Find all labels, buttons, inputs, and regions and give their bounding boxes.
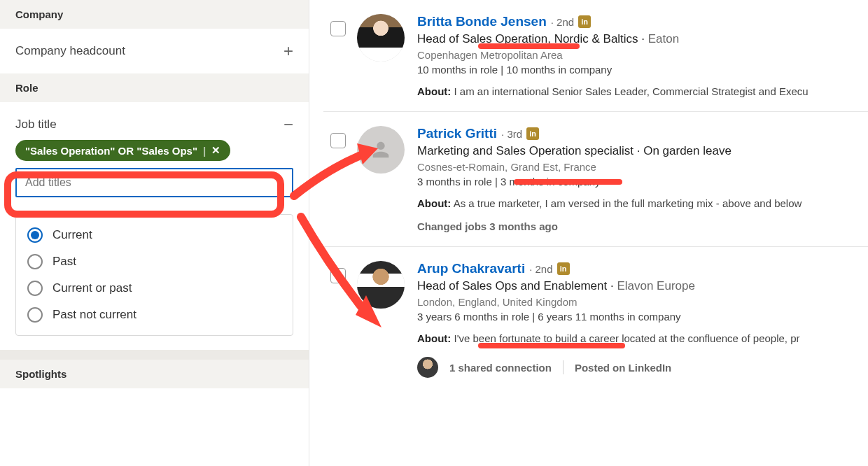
tenure-radio-group: Current Past Current or past Past not cu…	[15, 214, 293, 336]
results-list: Britta Bonde Jensen · 2nd in Head of Sal…	[309, 0, 868, 466]
avatar[interactable]	[357, 261, 405, 309]
posted-on-linkedin[interactable]: Posted on LinkedIn	[575, 362, 671, 374]
filter-sidebar: Company Company headcount + Role Job tit…	[0, 0, 309, 466]
company-name: On garden leave	[643, 144, 732, 157]
job-title-pill[interactable]: "Sales Operation" OR "Sales Ops" | ✕	[15, 140, 230, 161]
avatar[interactable]	[357, 14, 405, 62]
changed-jobs-note: Changed jobs 3 months ago	[417, 220, 868, 232]
location: Copenhagen Metropolitan Area	[417, 49, 868, 61]
tenure: 3 years 6 months in role | 6 years 11 mo…	[417, 311, 868, 323]
result-item: Britta Bonde Jensen · 2nd in Head of Sal…	[323, 0, 868, 112]
headline: Head of Sales Ops and Enablement · Elavo…	[417, 279, 868, 293]
person-name-link[interactable]: Arup Chakravarti	[417, 261, 525, 276]
radio-current[interactable]: Current	[24, 222, 284, 248]
linkedin-badge-icon: in	[557, 262, 570, 275]
role-section-header: Role	[0, 73, 309, 102]
about-snippet: About: I am an international Senior Sale…	[417, 85, 868, 97]
headline: Head of Sales Operation, Nordic & Baltic…	[417, 32, 868, 46]
headline: Marketing and Sales Operation specialist…	[417, 144, 868, 158]
result-item: Patrick Gritti · 3rd in Marketing and Sa…	[323, 112, 868, 247]
company-section-header: Company	[0, 0, 309, 29]
radio-icon	[27, 307, 43, 323]
location: Cosnes-et-Romain, Grand Est, France	[417, 161, 868, 173]
person-name-link[interactable]: Britta Bonde Jensen	[417, 14, 547, 29]
location: London, England, United Kingdom	[417, 296, 868, 308]
radio-icon	[27, 227, 43, 243]
pill-divider: |	[203, 145, 206, 157]
about-snippet: About: As a true marketer, I am versed i…	[417, 197, 868, 209]
result-item: Arup Chakravarti · 2nd in Head of Sales …	[323, 247, 868, 392]
add-titles-input[interactable]	[15, 168, 293, 197]
avatar[interactable]	[357, 126, 405, 174]
radio-label: Current or past	[52, 281, 132, 295]
about-snippet: About: I've been fortunate to build a ca…	[417, 332, 868, 344]
select-checkbox[interactable]	[330, 21, 346, 36]
tenure: 10 months in role | 10 months in company	[417, 64, 868, 76]
company-name: Eaton	[648, 32, 679, 45]
job-title-label: Job title	[15, 118, 57, 132]
linkedin-badge-icon: in	[526, 127, 539, 140]
linkedin-badge-icon: in	[578, 15, 591, 28]
job-title-filter[interactable]: Job title −	[0, 102, 309, 140]
select-checkbox[interactable]	[330, 268, 346, 283]
radio-icon	[27, 281, 43, 296]
radio-label: Past	[52, 255, 76, 269]
person-name-link[interactable]: Patrick Gritti	[417, 126, 497, 141]
tenure: 3 months in role | 3 months in company	[417, 176, 868, 188]
radio-icon	[27, 254, 43, 269]
radio-past[interactable]: Past	[24, 248, 284, 275]
company-headcount-label: Company headcount	[15, 44, 125, 58]
radio-current-or-past[interactable]: Current or past	[24, 275, 284, 302]
connection-degree: · 3rd	[501, 128, 522, 140]
plus-icon[interactable]: +	[284, 41, 293, 61]
spotlights-section-header: Spotlights	[0, 360, 309, 388]
close-icon[interactable]: ✕	[211, 144, 220, 157]
connection-degree: · 2nd	[529, 263, 552, 275]
person-icon	[369, 138, 393, 162]
company-name: Elavon Europe	[617, 279, 695, 292]
shared-connection-label[interactable]: 1 shared connection	[449, 362, 552, 374]
company-headcount-filter[interactable]: Company headcount +	[0, 29, 309, 73]
pill-text: "Sales Operation" OR "Sales Ops"	[25, 145, 197, 157]
select-checkbox[interactable]	[330, 133, 346, 148]
minus-icon[interactable]: −	[284, 115, 293, 134]
radio-label: Current	[52, 228, 92, 242]
divider	[563, 360, 564, 374]
connection-avatar[interactable]	[417, 357, 438, 378]
connection-degree: · 2nd	[551, 16, 574, 28]
radio-past-not-current[interactable]: Past not current	[24, 302, 284, 328]
radio-label: Past not current	[52, 308, 136, 322]
